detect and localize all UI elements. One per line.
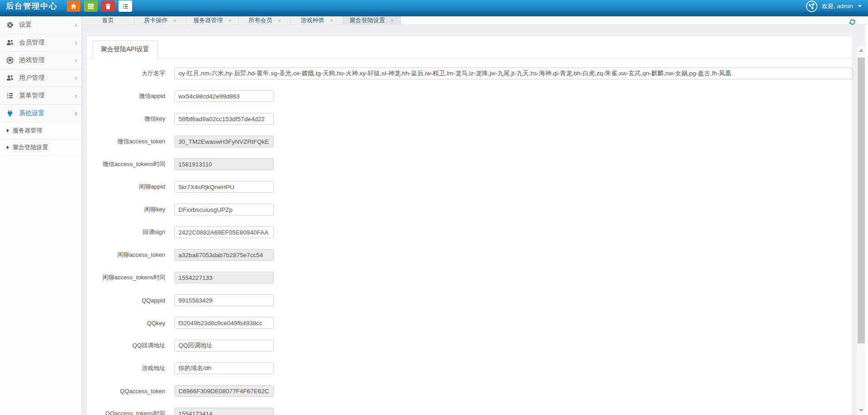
tab[interactable]: 服务器管理 × (187, 16, 239, 24)
chevron-right-icon: › (75, 21, 77, 29)
scroll-up-button[interactable] (857, 46, 865, 55)
sidebar-subitem[interactable]: 聚合登陆设置 (0, 139, 82, 156)
header-nav-button[interactable] (67, 0, 80, 12)
home-icon (70, 3, 77, 10)
refresh-button[interactable] (848, 18, 858, 27)
sidebar-item-users[interactable]: 用户管理 › (0, 69, 82, 87)
arrow-down-icon (859, 409, 863, 412)
field-label: QQ回调地址 (93, 342, 165, 350)
field-input[interactable] (174, 408, 274, 415)
refresh-icon (848, 18, 858, 26)
panel-tabs-head: 聚合登陆API设置 (87, 40, 853, 59)
sidebar-subitem[interactable]: 服务器管理 (0, 122, 82, 139)
form-row: QQaccess_tokens时间 (93, 408, 853, 415)
sidebar-item-ball[interactable]: 游戏管理 › (0, 52, 82, 69)
tab[interactable]: 游戏种类 × (291, 16, 343, 24)
close-icon[interactable]: × (228, 18, 232, 24)
sidebar-item-label: 菜单管理 (19, 92, 75, 100)
top-header: 后台管理中心 欢迎, admin (0, 0, 868, 16)
field-label: 闲聊key (93, 205, 165, 214)
content-panel: 聚合登陆API设置 大厅名字 微信appid 微信key 微信access_to… (86, 36, 853, 415)
chevron-right-icon: › (75, 57, 77, 64)
form-row: 大厅名字 (93, 68, 853, 79)
sidebar-item-menu[interactable]: 菜单管理 › (0, 87, 82, 105)
tab-label: 房卡操作 (144, 16, 168, 24)
field-input[interactable] (174, 158, 274, 170)
sidebar-subitem-label: 服务器管理 (13, 127, 42, 135)
field-input[interactable] (174, 385, 274, 397)
field-label: 大厅名字 (93, 69, 165, 78)
tab-api-settings[interactable]: 聚合登陆API设置 (93, 40, 158, 59)
close-icon[interactable]: × (330, 18, 333, 24)
close-icon[interactable]: × (277, 18, 281, 24)
form-row: 闲聊appid (93, 181, 853, 193)
tab-strip: 首页 房卡操作 × 服务器管理 × 所有会员 × 游戏种类 × 聚合登陆设置 × (82, 16, 868, 25)
field-label: QQappid (93, 297, 165, 304)
user-menu[interactable]: 欢迎, admin (806, 0, 862, 12)
form-row: QQaccess_token (93, 385, 853, 397)
form-row: 闲聊access_token (93, 249, 853, 261)
field-input[interactable] (174, 340, 274, 352)
field-label: QQaccess_tokens时间 (93, 410, 165, 415)
field-input[interactable] (174, 294, 274, 306)
form-row: QQ回调地址 (93, 340, 853, 352)
field-input[interactable] (174, 90, 274, 102)
close-icon[interactable]: × (390, 18, 394, 24)
field-input[interactable] (174, 362, 274, 374)
vertical-scrollbar[interactable] (856, 46, 865, 415)
welcome-text: 欢迎, admin (822, 2, 853, 10)
field-input[interactable] (174, 181, 274, 193)
field-input[interactable] (174, 272, 274, 283)
field-input[interactable] (174, 249, 274, 261)
sidebar-item-label: 会员管理 (19, 39, 75, 47)
tab[interactable]: 首页 (82, 16, 134, 24)
field-label: 闲聊appid (93, 183, 165, 191)
sidebar-item-plug[interactable]: 系统设置 › (0, 105, 82, 122)
sidebar: 设置 › 会员管理 › 游戏管理 › 用户管理 › 菜单管理 › 系统设置 › … (0, 16, 82, 415)
field-input[interactable] (174, 226, 274, 238)
chevron-right-icon: › (75, 39, 77, 46)
field-label: 微信appid (93, 92, 165, 100)
sidebar-items: 设置 › 会员管理 › 游戏管理 › 用户管理 › 菜单管理 › 系统设置 › (0, 16, 82, 122)
content-backdrop: 聚合登陆API设置 大厅名字 微信appid 微信key 微信access_to… (82, 25, 865, 415)
chevron-right-icon: › (75, 92, 77, 99)
users-icon (6, 74, 15, 82)
header-nav-button[interactable] (101, 0, 115, 12)
field-input[interactable] (174, 204, 274, 215)
list-icon (122, 3, 128, 10)
scrollbar-thumb[interactable] (858, 58, 865, 343)
form-row: 微信access_tokens时间 (93, 158, 853, 170)
sidebar-item-members[interactable]: 会员管理 › (0, 34, 82, 52)
tab[interactable]: 聚合登陆设置 × (343, 16, 401, 24)
menu-icon (6, 92, 15, 99)
field-input[interactable] (174, 317, 274, 329)
arrow-up-icon (859, 49, 863, 52)
sidebar-item-label: 系统设置 (19, 109, 75, 117)
field-input[interactable] (174, 136, 274, 147)
header-nav-button[interactable] (118, 0, 132, 12)
triangle-bullet-icon (7, 129, 9, 132)
tab-label: 聚合登陆设置 (350, 16, 385, 24)
tab[interactable]: 所有会员 × (239, 16, 291, 24)
form-row: QQkey (93, 317, 853, 329)
app-title: 后台管理中心 (6, 1, 58, 11)
field-input[interactable] (174, 68, 853, 79)
sidebar-item-gears[interactable]: 设置 › (0, 16, 82, 34)
sidebar-subitems: 服务器管理 聚合登陆设置 (0, 122, 82, 156)
main-area: 首页 房卡操作 × 服务器管理 × 所有会员 × 游戏种类 × 聚合登陆设置 ×… (82, 16, 868, 415)
form-row: 微信appid (93, 90, 853, 102)
field-label: 游戏地址 (93, 364, 165, 372)
settings-form: 大厅名字 微信appid 微信key 微信access_token 微信acce… (87, 68, 853, 415)
form-row: 微信key (93, 113, 853, 125)
tab-label: 首页 (102, 16, 114, 24)
close-icon[interactable]: × (173, 18, 177, 24)
header-nav-button[interactable] (84, 0, 98, 12)
form-row: 微信access_token (93, 136, 853, 147)
field-label: 回调sign (93, 228, 165, 236)
field-input[interactable] (174, 113, 274, 125)
form-row: QQappid (93, 294, 853, 306)
tab[interactable]: 房卡操作 × (134, 16, 187, 24)
field-label: QQkey (93, 320, 165, 327)
ball-icon (6, 57, 15, 64)
caret-down-icon (858, 5, 862, 7)
